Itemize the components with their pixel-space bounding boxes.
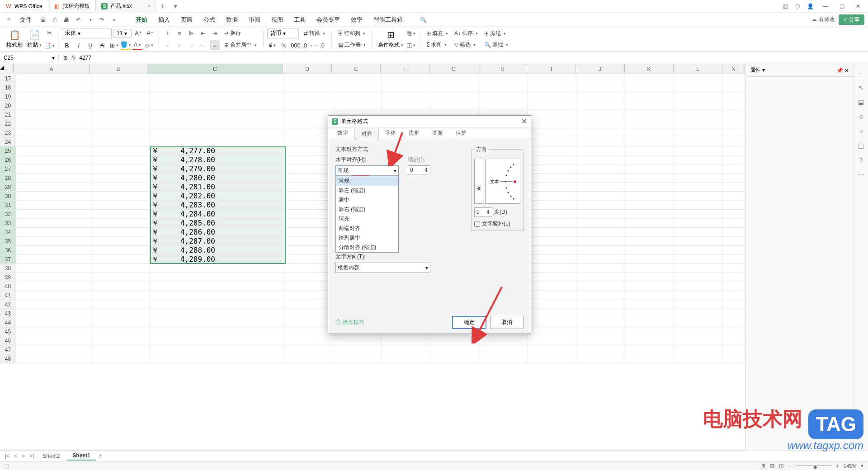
menu-tab-review[interactable]: 审阅 (244, 16, 265, 24)
col-header[interactable]: B (90, 64, 147, 74)
align-justify-icon[interactable]: ≡ (198, 40, 208, 50)
cell[interactable] (528, 291, 577, 300)
zoom-slider[interactable]: ◆ (795, 465, 831, 466)
cell[interactable] (16, 219, 92, 228)
menu-tab-data[interactable]: 数据 (222, 16, 242, 24)
cell[interactable] (576, 327, 625, 336)
avatar-icon[interactable]: 👤 (807, 3, 814, 9)
cell[interactable] (92, 137, 150, 146)
cell[interactable] (625, 164, 674, 174)
cell[interactable] (576, 101, 625, 110)
cell[interactable] (528, 101, 577, 110)
cell[interactable] (333, 336, 382, 345)
strike-button[interactable]: A (97, 40, 107, 50)
row-header[interactable]: 45 (0, 327, 16, 336)
indent-dec-icon[interactable]: ⇤ (198, 28, 208, 38)
cell[interactable] (285, 92, 334, 101)
menu-tab-view[interactable]: 视图 (267, 16, 288, 24)
number-format-dropdown[interactable]: 货币▾ (267, 28, 299, 38)
cell[interactable] (382, 83, 431, 92)
cell[interactable] (285, 119, 334, 128)
cell[interactable] (150, 110, 285, 119)
sheet-nav-next[interactable]: > (20, 453, 26, 459)
search-icon[interactable]: 🔍 (418, 15, 428, 25)
cell[interactable] (576, 336, 625, 345)
sum-button[interactable]: Σ 求和 (424, 40, 451, 50)
row-header[interactable]: 20 (0, 101, 16, 110)
sheet-tab-sheet2[interactable]: Sheet2 (37, 452, 65, 460)
row-header[interactable]: 44 (0, 318, 16, 327)
cell[interactable] (576, 210, 625, 219)
combo-option[interactable]: 分散对齐 (缩进) (336, 243, 398, 252)
cell[interactable] (528, 318, 577, 327)
cell[interactable] (150, 264, 285, 273)
cell[interactable] (528, 255, 577, 264)
cell[interactable] (92, 345, 150, 354)
cell[interactable] (150, 101, 285, 110)
cell[interactable] (722, 219, 745, 228)
col-header[interactable]: H (478, 64, 527, 74)
sheet-nav-first[interactable]: |< (4, 453, 11, 459)
cell[interactable] (576, 354, 625, 363)
cell[interactable]: ￥ 4,278.00 (150, 155, 285, 164)
cell[interactable] (16, 201, 92, 210)
cell[interactable] (285, 174, 334, 183)
cell[interactable] (92, 174, 150, 183)
cell[interactable] (576, 119, 625, 128)
cell[interactable] (92, 128, 150, 137)
minimize-button[interactable]: — (821, 3, 830, 9)
cell[interactable] (528, 237, 577, 246)
cell[interactable] (16, 354, 92, 363)
thousand-icon[interactable]: 000 (291, 40, 301, 50)
cell[interactable] (16, 146, 92, 155)
cell[interactable] (576, 192, 625, 201)
cell[interactable] (333, 354, 382, 363)
cell[interactable] (285, 201, 334, 210)
col-header[interactable]: L (674, 64, 722, 74)
cell[interactable] (16, 345, 92, 354)
cell[interactable] (722, 92, 745, 101)
tab-menu-button[interactable]: ▾ (169, 2, 182, 10)
wrap-button[interactable]: ⤶ 换行 (222, 28, 244, 38)
cancel-button[interactable]: 取消 (490, 316, 524, 329)
col-header[interactable]: N (722, 64, 745, 74)
cell[interactable] (576, 146, 625, 155)
cell[interactable] (479, 92, 528, 101)
orientation-dial[interactable]: 文本 (485, 159, 520, 204)
zoom-dropdown-icon[interactable]: ▾ (861, 463, 863, 469)
view-break-icon[interactable]: ◫ (779, 463, 783, 469)
cell[interactable] (382, 336, 431, 345)
cell[interactable] (479, 101, 528, 110)
cell[interactable] (92, 246, 150, 255)
cell-style-icon[interactable]: ◫ (406, 40, 416, 50)
cell[interactable] (625, 255, 674, 264)
cell[interactable] (430, 354, 479, 363)
cell[interactable] (92, 300, 150, 309)
cell[interactable] (285, 128, 334, 137)
cell[interactable] (285, 83, 334, 92)
view-page-icon[interactable]: ▥ (770, 463, 774, 469)
cell[interactable] (722, 83, 745, 92)
ok-button[interactable]: 确定 (452, 316, 486, 329)
cell[interactable] (430, 83, 479, 92)
cell-ref-dropdown-icon[interactable]: ▾ (52, 55, 55, 61)
cell[interactable] (285, 110, 334, 119)
undo-dropdown[interactable] (85, 15, 95, 25)
cell[interactable] (528, 246, 577, 255)
row-header[interactable]: 17 (0, 74, 16, 83)
find-button[interactable]: 🔍 查找 (481, 40, 511, 50)
row-header[interactable]: 37 (0, 255, 16, 264)
font-size-dropdown[interactable]: 11▾ (113, 29, 132, 38)
align-middle-icon[interactable]: ≡ (175, 28, 184, 38)
cell[interactable] (92, 83, 150, 92)
cell[interactable] (722, 228, 745, 237)
cell[interactable] (576, 309, 625, 318)
cell[interactable] (150, 300, 285, 309)
align-right-icon[interactable]: ≡ (186, 40, 196, 50)
cell[interactable] (722, 74, 745, 83)
sheet-nav-last[interactable]: >| (28, 453, 35, 459)
vertical-text-button[interactable]: 文本 (474, 159, 483, 204)
cell[interactable] (150, 137, 285, 146)
cell[interactable]: ￥ 4,283.00 (150, 201, 285, 210)
cell[interactable]: ￥ 4,282.00 (150, 192, 285, 201)
